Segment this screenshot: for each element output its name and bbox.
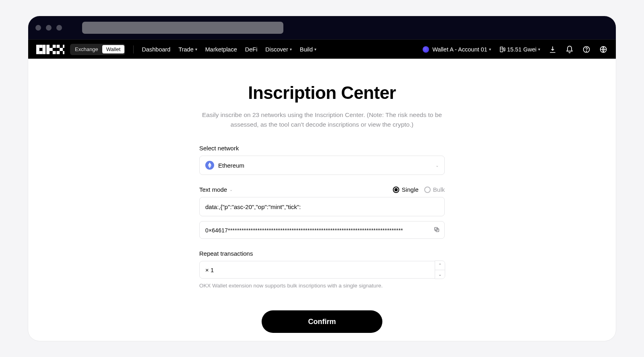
page-subtitle: Easily inscribe on 23 networks using the… xyxy=(201,110,443,129)
network-selected-value: Ethereum xyxy=(218,162,244,169)
svg-rect-9 xyxy=(46,48,50,51)
nav-build-label: Build xyxy=(300,46,313,53)
min-dot[interactable] xyxy=(46,25,52,31)
mode-segment: Exchange Wallet xyxy=(70,44,125,55)
chevron-down-icon: ⌄ xyxy=(436,163,439,168)
browser-window: Exchange Wallet Dashboard Trade ▾ Market… xyxy=(28,16,616,341)
okx-logo[interactable] xyxy=(36,44,64,55)
svg-rect-10 xyxy=(46,51,50,54)
text-input-value: data:,{"p":"asc-20","op":"mint","tick": xyxy=(205,203,301,210)
svg-rect-11 xyxy=(50,48,53,51)
single-label: Single xyxy=(402,186,419,193)
download-icon[interactable] xyxy=(548,45,557,54)
network-select[interactable]: Ethereum ⌄ xyxy=(199,156,445,175)
chevron-down-icon: ▾ xyxy=(538,47,540,51)
radio-bulk[interactable]: Bulk xyxy=(424,186,445,193)
svg-rect-19 xyxy=(500,47,503,52)
url-bar[interactable] xyxy=(82,22,283,34)
bulk-label: Bulk xyxy=(433,186,445,193)
svg-rect-7 xyxy=(43,51,46,54)
svg-rect-2 xyxy=(36,51,39,54)
svg-point-21 xyxy=(586,51,586,51)
gas-pump-icon xyxy=(499,46,506,53)
svg-rect-12 xyxy=(53,45,56,48)
svg-rect-4 xyxy=(39,51,43,54)
repeat-stepper: × 1 ⌃ ⌄ xyxy=(199,261,445,279)
step-down-button[interactable]: ⌄ xyxy=(435,270,445,279)
divider xyxy=(133,45,134,53)
hex-row: 0×64617*********************************… xyxy=(199,221,445,239)
titlebar xyxy=(28,16,616,39)
chevron-down-icon: ▾ xyxy=(290,47,292,51)
text-mode-label: Text mode xyxy=(199,186,227,193)
confirm-button[interactable]: Confirm xyxy=(262,310,382,333)
radio-single[interactable]: Single xyxy=(393,186,419,193)
svg-rect-18 xyxy=(63,51,64,54)
svg-rect-1 xyxy=(36,48,39,51)
chevron-down-icon: ⌄ xyxy=(229,187,233,192)
top-nav: Exchange Wallet Dashboard Trade ▾ Market… xyxy=(28,39,616,59)
page-content: Inscription Center Easily inscribe on 23… xyxy=(28,59,616,341)
inscription-text-input[interactable]: data:,{"p":"asc-20","op":"mint","tick": xyxy=(199,197,445,216)
nav-discover[interactable]: Discover ▾ xyxy=(265,46,291,53)
text-mode-toggle[interactable]: Text mode ⌄ xyxy=(199,186,233,193)
svg-rect-15 xyxy=(57,51,60,54)
help-icon[interactable] xyxy=(582,45,591,54)
wallet-selector[interactable]: Wallet A - Account 01 ▾ xyxy=(423,46,491,53)
svg-rect-13 xyxy=(53,51,56,54)
svg-rect-14 xyxy=(57,45,60,48)
segment-wallet[interactable]: Wallet xyxy=(102,45,125,53)
main-menu: Dashboard Trade ▾ Marketplace DeFi Disco… xyxy=(142,46,316,53)
mode-radio-group: Single Bulk xyxy=(393,186,445,193)
svg-rect-6 xyxy=(43,48,46,51)
nav-right: Wallet A - Account 01 ▾ 15.51 Gwei ▾ xyxy=(423,45,608,54)
svg-rect-17 xyxy=(63,45,64,48)
nav-dashboard[interactable]: Dashboard xyxy=(142,46,170,53)
gas-indicator[interactable]: 15.51 Gwei ▾ xyxy=(499,46,540,53)
svg-rect-5 xyxy=(43,45,46,48)
chevron-down-icon: ▾ xyxy=(489,47,491,51)
step-up-button[interactable]: ⌃ xyxy=(435,261,445,270)
network-label: Select network xyxy=(199,145,445,152)
traffic-lights xyxy=(35,25,62,31)
chevron-down-icon: ▾ xyxy=(314,47,316,51)
nav-trade-label: Trade xyxy=(178,46,193,53)
nav-discover-label: Discover xyxy=(265,46,288,53)
repeat-label: Repeat transactions xyxy=(199,250,445,257)
repeat-hint: OKX Wallet extension now supports bulk i… xyxy=(199,283,445,289)
globe-icon[interactable] xyxy=(599,45,608,54)
bell-icon[interactable] xyxy=(565,45,574,54)
wallet-label: Wallet A - Account 01 xyxy=(432,46,487,53)
nav-build[interactable]: Build ▾ xyxy=(300,46,316,53)
nav-defi[interactable]: DeFi xyxy=(245,46,258,53)
gas-label: 15.51 Gwei xyxy=(507,46,537,53)
ethereum-icon xyxy=(205,161,214,170)
repeat-input[interactable]: × 1 xyxy=(199,261,445,279)
inscription-form: Select network Ethereum ⌄ Text mode ⌄ xyxy=(199,145,445,333)
svg-rect-0 xyxy=(36,45,39,48)
wallet-avatar-icon xyxy=(423,46,429,53)
hex-output: 0×64617*********************************… xyxy=(199,221,445,239)
svg-rect-16 xyxy=(60,48,63,51)
nav-marketplace[interactable]: Marketplace xyxy=(205,46,237,53)
svg-rect-8 xyxy=(46,45,50,48)
copy-icon[interactable] xyxy=(433,226,441,234)
segment-exchange[interactable]: Exchange xyxy=(71,45,102,53)
close-dot[interactable] xyxy=(35,25,41,31)
radio-icon xyxy=(424,187,431,193)
max-dot[interactable] xyxy=(56,25,62,31)
radio-icon xyxy=(393,187,399,193)
chevron-down-icon: ▾ xyxy=(195,47,197,51)
nav-trade[interactable]: Trade ▾ xyxy=(178,46,197,53)
page-title: Inscription Center xyxy=(248,83,396,103)
svg-rect-3 xyxy=(39,45,43,48)
